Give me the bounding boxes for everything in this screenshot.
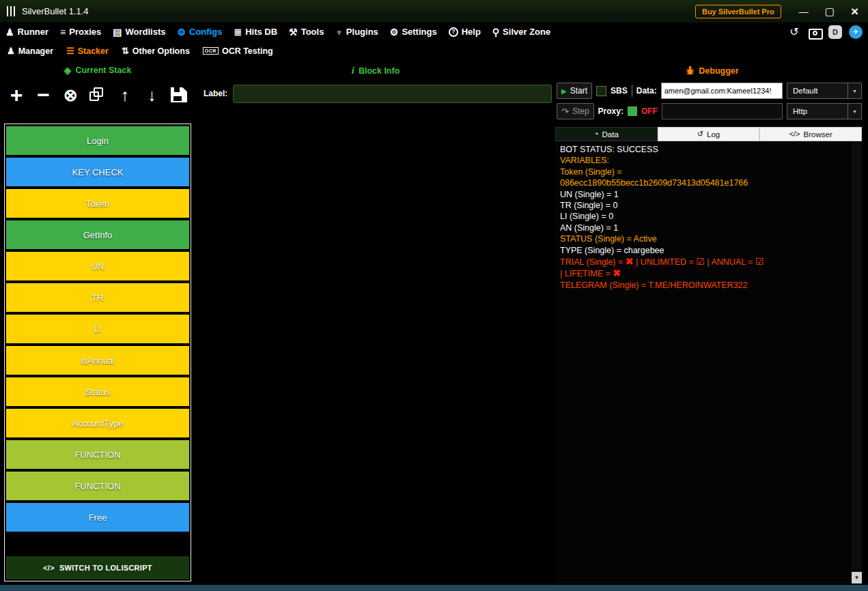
switch-to-loliscript-button[interactable]: </> SWITCH TO LOLISCRIPT — [6, 556, 189, 579]
sbs-label: SBS — [611, 86, 628, 96]
minimize-button[interactable]: — — [799, 7, 809, 16]
stack-toolbar: +−⊗↑↓ — [8, 80, 187, 110]
info-icon: i — [352, 66, 354, 76]
submenu: ♟Manager☰Stacker⇅Other OptionsOCROCR Tes… — [0, 41, 868, 61]
telegram-icon[interactable]: ✈ — [849, 25, 863, 39]
divider — [632, 85, 632, 97]
menu-item-plugins[interactable]: ♆Plugins — [335, 27, 378, 37]
stack-block-isannual[interactable]: IsAnnual — [6, 346, 189, 375]
stack-block-free[interactable]: Free — [6, 503, 189, 532]
tab-label: Log — [707, 130, 720, 139]
submenu-item-ocr-testing[interactable]: OCROCR Testing — [203, 46, 273, 56]
sbs-checkbox[interactable] — [596, 86, 606, 96]
tab-browser[interactable]: </>Browser — [759, 127, 862, 141]
output-line: VARIABLES: — [560, 155, 850, 166]
menu-item-runner[interactable]: ♟Runner — [5, 27, 48, 37]
stack-panel: LoginKEY CHECKTokenGetInfoUNTRLIIsAnnual… — [4, 124, 191, 581]
chevron-down-icon: ▼ — [848, 104, 861, 119]
bottom-strip — [0, 585, 868, 591]
silver-zone-icon: ⚲ — [492, 27, 499, 37]
data-input[interactable] — [661, 83, 783, 99]
history-icon[interactable]: ↺ — [787, 25, 801, 39]
debugger-controls: ▶ Start SBS Data: Default ▼ ↷ Step Proxy… — [557, 82, 862, 123]
stack-block-accounttype[interactable]: AccountType — [6, 409, 189, 437]
tab-data[interactable]: ◔Data — [555, 127, 658, 141]
start-button[interactable]: ▶ Start — [557, 83, 592, 99]
tab-log[interactable]: ↺Log — [658, 127, 760, 141]
icon-part — [14, 6, 15, 16]
menu-item-silver-zone[interactable]: ⚲Silver Zone — [492, 27, 550, 37]
runner-icon: ♟ — [5, 27, 14, 37]
close-button[interactable]: × — [851, 5, 858, 18]
menu-item-help[interactable]: ?Help — [449, 27, 481, 37]
checkbox-checked-icon: ☑ — [755, 256, 764, 267]
debugger-panel: ◔Data↺Log</>Browser BOT STATUS: SUCCESSV… — [555, 127, 862, 583]
stack-block-li[interactable]: LI — [6, 315, 189, 343]
stack-block-key-check[interactable]: KEY CHECK — [6, 158, 189, 186]
clear-stack-button[interactable]: ⊗ — [62, 84, 79, 106]
menu-item-proxies[interactable]: ≡Proxies — [60, 27, 101, 37]
proxy-caption: Proxy: — [598, 106, 624, 116]
stack-block-function[interactable]: FUNCTION — [6, 440, 189, 469]
screenshot-icon[interactable] — [808, 25, 822, 39]
wordlist-type-value: Default — [793, 87, 817, 95]
checkbox-checked-icon: ☑ — [696, 256, 705, 267]
submenu-item-other-options[interactable]: ⇅Other Options — [122, 46, 190, 56]
proxy-checkbox[interactable] — [628, 106, 637, 116]
submenu-item-stacker[interactable]: ☰Stacker — [66, 46, 109, 56]
data-caption: Data: — [636, 86, 657, 96]
menu-item-label: Wordlists — [125, 27, 165, 37]
stack-block-getinfo[interactable]: GetInfo — [6, 220, 189, 249]
proxy-input[interactable] — [662, 103, 783, 119]
save-config-button[interactable] — [171, 87, 187, 102]
debug-tabs: ◔Data↺Log</>Browser — [555, 127, 862, 141]
output-line: TELEGRAM (Single) = T.ME/HEROINWATER322 — [560, 280, 850, 291]
wordlist-type-dropdown[interactable]: Default ▼ — [787, 83, 862, 99]
output-line: | LIFETIME = ✖ — [560, 268, 850, 279]
step-icon: ↷ — [561, 106, 569, 117]
x-mark-icon: ✖ — [613, 268, 621, 278]
tools-icon: ⚒ — [289, 27, 298, 37]
output-line: LI (Single) = 0 — [560, 211, 850, 222]
menu-item-label: Hits DB — [245, 27, 277, 37]
menu-item-configs[interactable]: ⚙Configs — [177, 27, 222, 37]
submenu-item-manager[interactable]: ♟Manager — [7, 46, 53, 56]
buy-silverbullet-pro-button[interactable]: Buy SilverBullet Pro — [695, 5, 781, 18]
stack-block-tr[interactable]: TR — [6, 283, 189, 312]
clone-block-button[interactable] — [89, 87, 106, 102]
move-up-button[interactable]: ↑ — [117, 84, 133, 106]
debugger-row-2: ↷ Step Proxy: OFF Http ▼ — [557, 102, 862, 120]
menu-item-settings[interactable]: ⚙Settings — [390, 27, 437, 37]
output-line: TRIAL (Single) = ✖ | UNLIMITED = ☑ | ANN… — [560, 256, 850, 268]
chevron-down-icon: ▼ — [848, 83, 861, 98]
scrollbar[interactable]: ▼ — [852, 141, 862, 583]
stack-block-status[interactable]: Status — [6, 377, 189, 406]
proxy-type-dropdown[interactable]: Http ▼ — [787, 103, 862, 119]
output-line: STATUS (Single) = Active — [560, 233, 850, 244]
hits-db-icon: ≣ — [234, 27, 242, 37]
debug-output: BOT STATUS: SUCCESSVARIABLES:Token (Sing… — [555, 141, 862, 583]
maximize-button[interactable]: ▢ — [825, 6, 835, 16]
stack-block-token[interactable]: Token — [6, 189, 189, 218]
move-down-button[interactable]: ↓ — [143, 84, 160, 106]
stack-block-function[interactable]: FUNCTION — [6, 472, 189, 500]
add-block-button[interactable]: + — [8, 84, 25, 106]
other-options-icon: ⇅ — [122, 46, 129, 55]
stack-block-un[interactable]: UN — [6, 252, 189, 280]
titlebar: SilverBullet 1.1.4 Buy SilverBullet Pro … — [0, 0, 868, 23]
discord-icon[interactable]: D — [828, 25, 842, 39]
window-title: SilverBullet 1.1.4 — [22, 6, 89, 16]
code-icon: </> — [43, 564, 55, 572]
menu-item-label: Help — [462, 27, 481, 37]
menu-item-hits-db[interactable]: ≣Hits DB — [234, 27, 277, 37]
bug-icon — [686, 66, 695, 76]
scroll-down-button[interactable]: ▼ — [852, 572, 862, 583]
current-stack-title: Current Stack — [75, 66, 131, 75]
output-line: Token (Single) = — [560, 167, 850, 177]
stack-block-login[interactable]: Login — [6, 126, 189, 155]
step-button[interactable]: ↷ Step — [557, 103, 594, 119]
menu-item-wordlists[interactable]: ▤Wordlists — [113, 27, 165, 37]
remove-block-button[interactable]: − — [36, 84, 52, 106]
menu-item-tools[interactable]: ⚒Tools — [289, 27, 324, 37]
block-label-input[interactable] — [233, 85, 552, 103]
